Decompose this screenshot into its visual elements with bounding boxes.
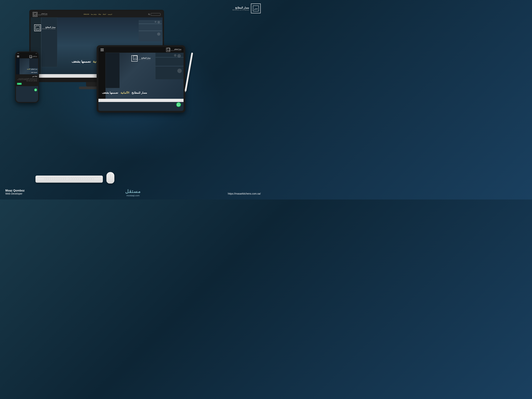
monitor-inner-brand-english: MASAR KITCHENS [42, 28, 56, 29]
tdish-3 [177, 69, 182, 73]
key[interactable] [85, 177, 86, 178]
key[interactable] [63, 178, 65, 180]
monitor-inner-logo: مسار المطابخ MASAR KITCHENS مس [34, 25, 56, 31]
phone-hero-yellow: الآلمانية [27, 69, 30, 70]
key[interactable] [53, 178, 55, 180]
phone-kitchen-left [16, 58, 19, 74]
tablet-hero-logo-icon: مس [133, 56, 137, 60]
platform-branding: مستقل mostaql.com [125, 189, 141, 197]
key[interactable] [51, 178, 52, 180]
phone-outer: 9:41 ▪▪▪ مسار المطابخ MASAR KITCHENS م [15, 51, 39, 103]
key-shift-right[interactable] [91, 178, 94, 180]
key[interactable] [57, 177, 59, 178]
phone-section-title: لماذا نحن [17, 76, 37, 77]
key[interactable] [77, 178, 78, 180]
key[interactable] [83, 178, 85, 180]
nav-about[interactable]: معالنا [98, 14, 101, 15]
phone-brand-english: MASAR KITCHENS [32, 57, 37, 57]
svg-point-2 [148, 14, 150, 15]
phone-hero-text: مسار للمطابخ الآلمانية نصممها بشغف [27, 67, 37, 73]
key[interactable] [74, 177, 76, 178]
tablet-screen: مسار المطابخ MASAR KITCHENS مس [98, 47, 184, 111]
key[interactable] [44, 177, 46, 178]
phone-logo-box: م [29, 55, 32, 58]
tablet-brand-english: MASAR KITCHENS [171, 50, 181, 51]
logo-box: مس [251, 4, 261, 13]
key[interactable] [59, 178, 61, 180]
monitor-nav-links: الرئيسية أعمالنا معالنا تواصل معنا ENGLI… [84, 14, 112, 15]
phone-nav-logo: مسار المطابخ MASAR KITCHENS م [29, 55, 37, 58]
key[interactable] [89, 178, 91, 180]
key[interactable] [63, 177, 65, 178]
nav-contact[interactable]: تواصل معنا [91, 14, 97, 15]
keyboard-keys [35, 176, 103, 181]
platform-name-arabic: مستقل [125, 189, 141, 194]
phone-whatsapp-button[interactable] [34, 89, 37, 91]
key[interactable] [42, 177, 44, 178]
key[interactable] [87, 178, 89, 180]
key[interactable] [49, 178, 50, 180]
key[interactable] [72, 177, 74, 178]
tablet-brand-arabic: مسار المطابخ [171, 49, 181, 50]
nav-logo-box: مس [33, 12, 38, 17]
tablet-hero-yellow: الآلمانية [120, 91, 129, 94]
dish-decor-2 [155, 21, 156, 23]
key[interactable] [48, 177, 50, 178]
developer-role: Web Developer [5, 192, 25, 195]
key[interactable] [78, 177, 80, 178]
svg-text:مس: مس [167, 49, 169, 50]
key[interactable] [95, 177, 97, 178]
phone-cta-button[interactable]: إكتف [17, 83, 22, 85]
key[interactable] [46, 177, 48, 178]
key-caps[interactable] [97, 177, 101, 178]
search-box[interactable] [151, 13, 160, 16]
tablet-logo-box: مس [166, 48, 170, 52]
key[interactable] [91, 177, 93, 178]
menu-line-1 [17, 56, 19, 56]
nav-works[interactable]: أعمالنا [103, 14, 106, 15]
key-backspace[interactable] [65, 177, 69, 178]
key[interactable] [55, 177, 57, 178]
key[interactable] [61, 178, 63, 180]
key[interactable] [55, 178, 57, 180]
search-icon [148, 13, 150, 15]
key[interactable] [38, 177, 39, 178]
key[interactable] [76, 177, 78, 178]
phone-hero-white: مسار للمطابخ [31, 69, 37, 70]
key[interactable] [87, 177, 89, 178]
key[interactable] [51, 177, 52, 178]
tablet-hero-logo-box: مس [131, 55, 138, 62]
key[interactable] [61, 177, 63, 178]
key[interactable] [40, 177, 42, 178]
key[interactable] [59, 177, 61, 178]
tdish-1 [177, 54, 181, 58]
tablet-menu-icon[interactable] [101, 49, 104, 51]
key[interactable] [72, 178, 74, 180]
key-enter[interactable] [66, 178, 69, 180]
key[interactable] [82, 177, 84, 178]
phone-logo-text: مسار المطابخ MASAR KITCHENS [32, 56, 37, 57]
nav-english[interactable]: ENGLISH [84, 14, 89, 15]
tdish-2 [174, 54, 177, 57]
key[interactable] [81, 178, 83, 180]
key[interactable] [93, 177, 95, 178]
key[interactable] [79, 178, 81, 180]
key[interactable] [44, 178, 46, 180]
key[interactable] [53, 177, 54, 178]
tablet-kitchen-shelf [155, 53, 184, 79]
phone-menu-icon[interactable] [17, 56, 19, 57]
phone-icons: ▪▪▪ [36, 53, 37, 54]
nav-logo-english: MASAR KITCHENS [38, 14, 47, 15]
tablet-whatsapp-button[interactable] [176, 102, 181, 107]
monitor-search[interactable] [148, 13, 160, 16]
kitchen-shelf-right [139, 20, 162, 41]
key[interactable] [80, 177, 82, 178]
key-shift[interactable] [70, 178, 72, 180]
key[interactable] [85, 178, 87, 180]
key[interactable] [46, 178, 48, 180]
key[interactable] [89, 177, 91, 178]
key-tab[interactable] [69, 177, 71, 178]
key[interactable] [57, 178, 59, 180]
nav-home[interactable]: الرئيسية [108, 14, 112, 15]
key[interactable] [75, 178, 76, 180]
